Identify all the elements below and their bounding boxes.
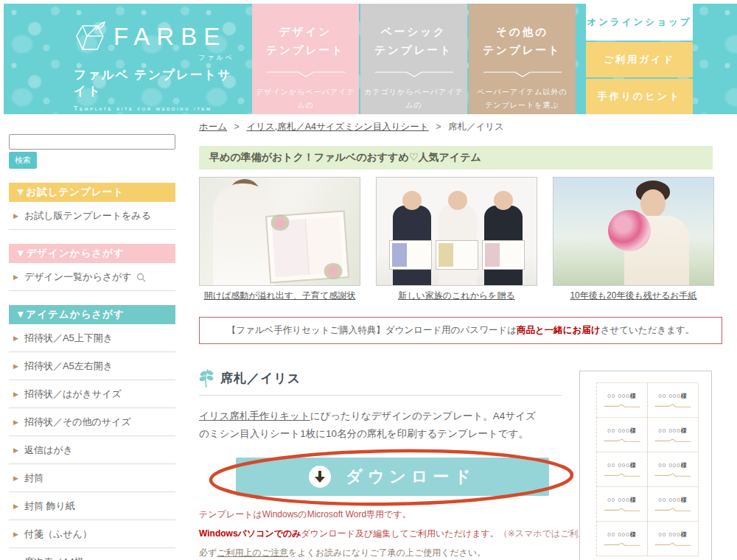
usage-guide-button[interactable]: ご利用ガイド xyxy=(586,42,693,77)
notice-text: させていただきます。 xyxy=(601,325,695,335)
arrow-right-icon: ▶ xyxy=(13,273,18,281)
chevron-down-icon xyxy=(374,69,455,78)
placecard-cell: 00 000様 xyxy=(596,452,648,487)
promo-photo-family-with-frames xyxy=(376,177,537,286)
gem-logo-icon xyxy=(74,20,106,52)
note-text: ダウンロード及び編集してご利用いただけます。 xyxy=(301,528,499,539)
tab-label: テンプレート xyxy=(469,41,576,60)
promo-photo-bride-with-bouquet xyxy=(553,177,714,286)
promo-card-family-clocks[interactable]: 新しい家族のこれからを贈る xyxy=(376,177,537,302)
windows-only-emphasis: Windowsパソコンでのみ xyxy=(199,528,301,539)
sidebar-item-label: 招待状／A5左右開き xyxy=(24,360,113,373)
arrow-right-icon: ▶ xyxy=(13,475,18,482)
main-content: 早めの準備がおトク！ファルベのおすすめ♡人気アイテム 開けば感動が溢れ出す、子育… xyxy=(199,146,724,560)
sidebar-section-search-by-design[interactable]: ▼デザインからさがす xyxy=(9,244,175,263)
tab-label: テンプレート xyxy=(252,41,359,60)
promo-caption[interactable]: 新しい家族のこれからを贈る xyxy=(376,290,537,302)
search-icon xyxy=(136,273,146,282)
site-header: FARBE ファルベ ファルベ テンプレートサイト Template site … xyxy=(4,4,737,114)
flourish-icon xyxy=(603,472,641,478)
promo-caption[interactable]: 10年後も20年後も残せるお手紙 xyxy=(553,290,714,302)
breadcrumb-separator: > xyxy=(436,122,441,132)
promo-caption[interactable]: 開けば感動が溢れ出す、子育て感謝状 xyxy=(199,290,360,302)
promo-photo-bride-with-book xyxy=(199,177,360,286)
placecard-cell: 00 000様 xyxy=(596,486,648,522)
sidebar-item-label: 招待状／その他のサイズ xyxy=(24,416,131,429)
tab-desc: デザインからペーパアイテムの xyxy=(252,85,359,112)
kit-link[interactable]: イリス席札手作りキット xyxy=(199,410,310,421)
search-button[interactable]: 検索 xyxy=(9,152,37,169)
sidebar-item-reply-postcard[interactable]: ▶ 返信はがき xyxy=(9,436,175,464)
tab-label: テンプレート xyxy=(360,41,467,60)
placecard-cell: 00 000様 xyxy=(596,417,648,452)
arrow-right-icon: ▶ xyxy=(13,503,18,510)
online-shop-button[interactable]: オンラインショップ xyxy=(586,4,693,41)
sidebar-item-label: 付箋（ふせん） xyxy=(24,528,92,541)
sidebar-item-label: 席次表／A4横 xyxy=(24,556,84,560)
flourish-icon xyxy=(654,472,692,478)
placecard-cell: 00 000様 xyxy=(647,452,699,487)
sidebar-item-label: デザイン一覧からさがす xyxy=(24,270,132,284)
sidebar-item-invitation-other-size[interactable]: ▶ 招待状／その他のサイズ xyxy=(9,408,175,436)
arrow-right-icon: ▶ xyxy=(13,531,18,538)
sidebar-section-trial-templates[interactable]: ▼お試しテンプレート xyxy=(9,183,175,202)
download-area: ダウンロード xyxy=(236,458,549,496)
sidebar-item-invitation-a5-vertical[interactable]: ▶ 招待状／A5上下開き xyxy=(9,324,175,352)
sidebar-item-label: 返信はがき xyxy=(24,444,73,457)
sidebar-item-label: お試し版テンプレートをみる xyxy=(24,209,151,223)
tab-desc: カテゴリからペーパアイテムの xyxy=(360,85,467,112)
flourish-icon xyxy=(654,541,692,547)
chevron-down-icon xyxy=(482,69,563,78)
placecard-grid: 00 000様 00 000様 00 000様 00 000様 00 000様 xyxy=(597,383,699,556)
arrow-right-icon: ▶ xyxy=(13,391,18,398)
sidebar-item-invitation-postcard[interactable]: ▶ 招待状／はがきサイズ xyxy=(9,380,175,408)
tab-label: デザイン xyxy=(252,23,359,41)
promo-card-letter[interactable]: 10年後も20年後も残せるお手紙 xyxy=(553,177,714,302)
download-arrow-icon xyxy=(309,466,331,488)
sidebar-item-label: 招待状／A5上下開き xyxy=(24,332,113,345)
sidebar-item-design-list[interactable]: ▶ デザイン一覧からさがす xyxy=(9,263,175,291)
page-title: 席札／イリス xyxy=(220,370,301,387)
tab-label: ベーシック xyxy=(360,23,467,41)
site-title: ファルベ テンプレートサイト xyxy=(74,67,243,99)
terms-link[interactable]: ご利用上のご注意 xyxy=(217,547,288,558)
flourish-icon xyxy=(603,437,641,444)
promo-card-thanks-book[interactable]: 開けば感動が溢れ出す、子育て感謝状 xyxy=(199,177,360,302)
search-input[interactable] xyxy=(9,134,175,150)
sidebar-item-trial-template[interactable]: ▶ お試し版テンプレートをみる xyxy=(9,202,175,230)
note-text: をよくお読みになりご了承の上ご使用ください。 xyxy=(288,547,486,558)
page: FARBE ファルベ ファルベ テンプレートサイト Template site … xyxy=(0,0,737,560)
sidebar-item-label: 封筒 飾り紙 xyxy=(24,500,75,513)
nav-tab-basic-template[interactable]: ベーシック テンプレート カテゴリからペーパアイテムの テンプレートを選ぶ xyxy=(360,4,467,114)
sidebar-item-envelope-deco[interactable]: ▶ 封筒 飾り紙 xyxy=(9,492,175,520)
nav-tab-other-template[interactable]: その他の テンプレート ペーパーアイテム以外の テンプレートを選ぶ xyxy=(469,4,576,114)
sidebar: 検索 ▼お試しテンプレート ▶ お試し版テンプレートをみる ▼デザインからさがす… xyxy=(9,134,175,560)
tab-desc: ペーパーアイテム以外の xyxy=(469,85,576,99)
flourish-icon xyxy=(603,541,641,547)
arrow-right-icon: ▶ xyxy=(13,447,18,454)
notice-text: 【ファルベ手作りセットご購入特典】ダウンロード用のパスワードは xyxy=(227,325,517,335)
download-button[interactable]: ダウンロード xyxy=(236,458,549,496)
breadcrumb-category-link[interactable]: イリス,席札／A4サイズミシン目入りシート xyxy=(246,122,428,132)
leaf-icon xyxy=(199,368,214,388)
flourish-icon xyxy=(603,506,641,513)
handmade-hints-button[interactable]: 手作りのヒント xyxy=(586,79,693,114)
sidebar-item-fusen[interactable]: ▶ 付箋（ふせん） xyxy=(9,520,175,548)
flourish-icon xyxy=(654,437,692,444)
arrow-right-icon: ▶ xyxy=(13,363,18,370)
flourish-icon xyxy=(603,402,641,409)
sidebar-item-seating-chart-a4[interactable]: ▶ 席次表／A4横 xyxy=(9,548,175,560)
nav-tab-design-template[interactable]: デザイン テンプレート デザインからペーパアイテムの テンプレートを選ぶ xyxy=(252,4,359,114)
sidebar-section-search-by-item[interactable]: ▼アイテムからさがす xyxy=(9,305,175,324)
tab-desc: テンプレートを選ぶ xyxy=(469,99,576,112)
sidebar-item-envelope[interactable]: ▶ 封筒 xyxy=(9,464,175,492)
site-logo[interactable]: FARBE ファルベ ファルベ テンプレートサイト Template site … xyxy=(74,20,243,112)
tab-label: その他の xyxy=(469,23,576,41)
placecard-cell: 00 000様 xyxy=(596,521,648,556)
purchase-bonus-notice: 【ファルベ手作りセットご購入特典】ダウンロード用のパスワードは商品と一緒にお届け… xyxy=(199,317,722,344)
promo-row: 開けば感動が溢れ出す、子育て感謝状 新しい家族のこれからを贈る 10年後も20年… xyxy=(199,177,713,302)
placecard-cell: 00 000様 xyxy=(647,382,699,418)
arrow-right-icon: ▶ xyxy=(13,335,18,342)
breadcrumb-home-link[interactable]: ホーム xyxy=(199,122,227,132)
sidebar-item-invitation-a5-horizontal[interactable]: ▶ 招待状／A5左右開き xyxy=(9,352,175,380)
